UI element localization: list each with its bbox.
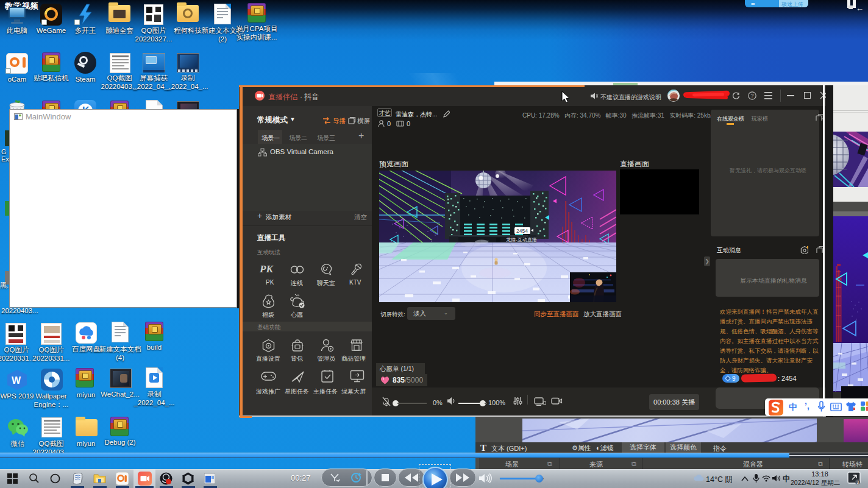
svg-text:W: W [12,375,21,386]
svg-text:龙猫-互动直播: 龙猫-互动直播 [506,237,537,242]
svg-text:3: 3 [856,480,859,484]
svg-text:2454: 2454 [516,228,528,234]
svg-text:?: ? [751,93,754,99]
